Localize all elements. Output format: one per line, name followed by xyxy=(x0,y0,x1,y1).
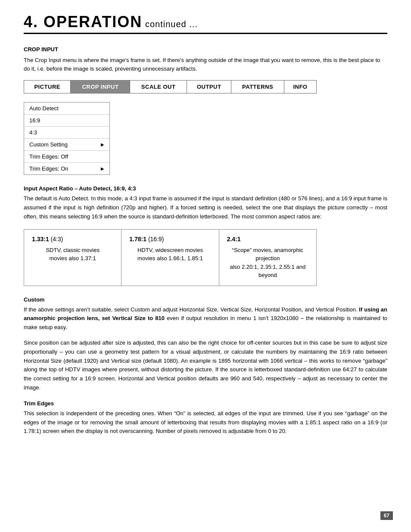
aspect-ratio-cell-178: 1.78:1 (16:9) HDTV, widescreen movies mo… xyxy=(121,229,219,286)
menu-item-16-9[interactable]: 16:9 xyxy=(24,115,109,127)
crop-input-title: CROP INPUT xyxy=(24,46,387,53)
menu-tabs-row: PICTURE CROP INPUT SCALE OUT OUTPUT PATT… xyxy=(24,81,317,93)
menu-item-custom-setting[interactable]: Custom Setting ▶ xyxy=(24,139,109,151)
ratio-133-desc: SDTV, classic movies movies also 1.37:1 xyxy=(32,246,113,263)
ratio-178-title: 1.78:1 (16:9) xyxy=(129,236,211,243)
custom-section-text2: Since position can be adjusted after siz… xyxy=(24,339,387,392)
menu-item-auto-detect[interactable]: Auto Detect xyxy=(24,103,109,115)
menu-item-4-3[interactable]: 4:3 xyxy=(24,127,109,139)
aspect-ratio-description: The default is Auto Detect. In this mode… xyxy=(24,194,387,221)
aspect-ratio-section: Input Aspect Ratio – Auto Detect, 16:9, … xyxy=(24,185,387,221)
aspect-ratio-table: 1.33:1 (4:3) SDTV, classic movies movies… xyxy=(24,229,317,286)
aspect-ratio-cell-24: 2.4:1 “Scope” movies, anamorphic project… xyxy=(219,229,316,286)
custom-section-title: Custom xyxy=(24,296,387,303)
trim-edges-text: This selection is independent of the pre… xyxy=(24,409,387,436)
custom-section-text1: If the above settings aren’t suitable, s… xyxy=(24,305,387,332)
tab-scale-out[interactable]: SCALE OUT xyxy=(130,81,187,93)
chapter-title: 4. OPERATION continued ... xyxy=(24,13,387,31)
aspect-ratio-cell-133: 1.33:1 (4:3) SDTV, classic movies movies… xyxy=(24,229,121,286)
trim-edges-title: Trim Edges xyxy=(24,400,387,407)
crop-input-description: The Crop Input menu is where the image's… xyxy=(24,56,387,73)
tab-patterns[interactable]: PATTERNS xyxy=(231,81,284,93)
arrow-icon-2: ▶ xyxy=(101,166,104,171)
menu-item-trim-edges-off[interactable]: Trim Edges: Off xyxy=(24,151,109,163)
ratio-24-title: 2.4:1 xyxy=(227,236,308,243)
dropdown-menu: Auto Detect 16:9 4:3 Custom Setting ▶ Tr… xyxy=(24,102,110,175)
tab-crop-input[interactable]: CROP INPUT xyxy=(71,81,130,93)
ratio-24-desc: “Scope” movies, anamorphic projection al… xyxy=(227,246,308,280)
tab-picture[interactable]: PICTURE xyxy=(24,81,71,93)
page-container: 4. OPERATION continued ... CROP INPUT Th… xyxy=(0,0,411,532)
menu-item-trim-edges-on[interactable]: Trim Edges: On ▶ xyxy=(24,163,109,174)
tab-output[interactable]: OUTPUT xyxy=(187,81,231,93)
trim-edges-section: Trim Edges This selection is independent… xyxy=(24,400,387,436)
arrow-icon: ▶ xyxy=(101,142,104,147)
ratio-178-desc: HDTV, widescreen movies movies also 1.66… xyxy=(129,246,211,263)
tab-info[interactable]: INFO xyxy=(284,81,316,93)
page-header: 4. OPERATION continued ... xyxy=(24,13,387,34)
page-number: 67 xyxy=(380,511,393,520)
aspect-ratio-title: Input Aspect Ratio – Auto Detect, 16:9, … xyxy=(24,185,387,192)
menu-tabs-table: PICTURE CROP INPUT SCALE OUT OUTPUT PATT… xyxy=(24,80,317,93)
ratio-133-title: 1.33:1 (4:3) xyxy=(32,236,113,243)
aspect-ratio-row: 1.33:1 (4:3) SDTV, classic movies movies… xyxy=(24,229,317,286)
custom-section: Custom If the above settings aren’t suit… xyxy=(24,296,387,392)
